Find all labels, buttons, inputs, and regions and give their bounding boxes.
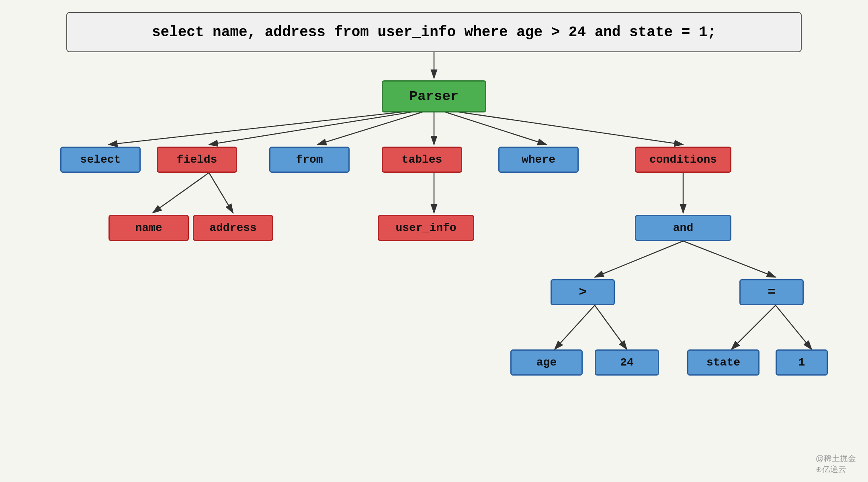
svg-line-4	[317, 108, 434, 145]
gt-node: >	[551, 279, 615, 305]
parser-node: Parser	[382, 80, 486, 112]
tables-node: tables	[382, 147, 462, 173]
eq-node: =	[739, 279, 804, 305]
watermark-line2: ⊕亿递云	[816, 464, 856, 475]
address-node: address	[193, 215, 273, 241]
age-node: age	[510, 349, 583, 376]
fields-node: fields	[157, 147, 237, 173]
twenty-four-node: 24	[595, 349, 659, 376]
svg-line-3	[209, 108, 434, 145]
svg-line-9	[209, 173, 233, 213]
sql-query-box: select name, address from user_info wher…	[66, 12, 802, 52]
svg-line-15	[595, 305, 627, 349]
svg-line-8	[153, 173, 209, 213]
watermark: @稀土掘金 ⊕亿递云	[816, 453, 856, 475]
one-node: 1	[776, 349, 828, 376]
svg-line-13	[683, 241, 776, 277]
svg-line-14	[555, 305, 595, 349]
from-node: from	[269, 147, 350, 173]
name-node: name	[108, 215, 189, 241]
svg-line-12	[595, 241, 683, 277]
svg-line-7	[434, 108, 683, 145]
svg-line-2	[108, 108, 434, 145]
svg-line-16	[731, 305, 776, 349]
user-info-node: user_info	[378, 215, 474, 241]
arrows-svg	[0, 0, 868, 482]
svg-line-6	[434, 108, 547, 145]
watermark-line1: @稀土掘金	[816, 453, 856, 464]
svg-line-17	[776, 305, 812, 349]
select-node: select	[60, 147, 141, 173]
and-node: and	[635, 215, 731, 241]
where-node: where	[498, 147, 579, 173]
diagram: select name, address from user_info wher…	[0, 0, 868, 482]
conditions-node: conditions	[635, 147, 731, 173]
state-node: state	[687, 349, 760, 376]
